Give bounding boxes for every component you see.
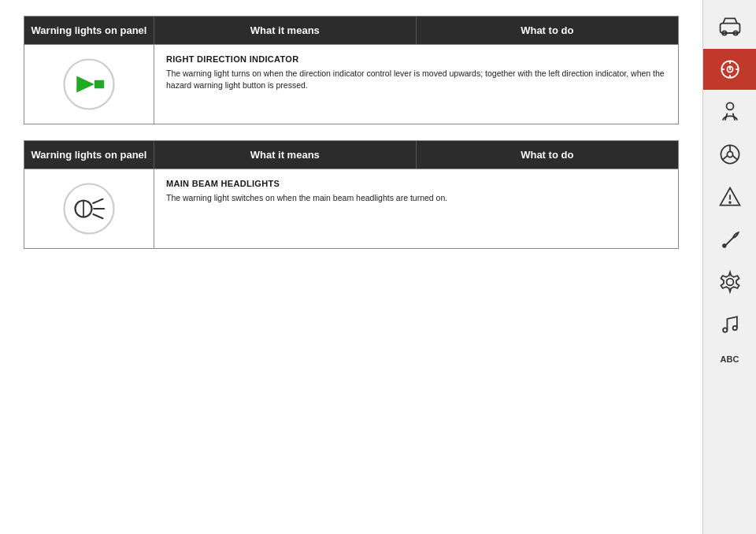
table-header-1: Warning lights on panel What it means Wh… — [24, 17, 678, 44]
sidebar-item-abc[interactable]: ABC — [703, 347, 756, 372]
indicator-desc-2: The warning light switches on when the m… — [166, 192, 666, 204]
music-note-icon — [717, 312, 743, 337]
header-col2-2: What it means — [154, 141, 417, 169]
svg-point-31 — [726, 279, 733, 286]
sidebar-item-gear[interactable] — [703, 261, 756, 302]
indicator-desc-1: The warning light turns on when the dire… — [166, 68, 666, 91]
sidebar-item-dashboard[interactable] — [703, 49, 756, 90]
direction-indicator-icon — [61, 57, 117, 112]
svg-line-7 — [93, 214, 102, 218]
svg-line-5 — [93, 199, 102, 203]
table-header-2: Warning lights on panel What it means Wh… — [24, 141, 678, 169]
gear-icon — [717, 269, 743, 295]
sidebar: ABC — [702, 0, 756, 534]
svg-marker-1 — [76, 76, 94, 93]
svg-line-25 — [722, 156, 727, 160]
dashboard-icon — [717, 57, 743, 82]
svg-line-26 — [732, 156, 737, 160]
abc-label: ABC — [721, 354, 739, 364]
car-icon — [717, 14, 743, 39]
sidebar-item-steering[interactable] — [703, 134, 756, 175]
content-cell-1: RIGHT DIRECTION INDICATOR The warning li… — [154, 45, 678, 124]
main-content: Warning lights on panel What it means Wh… — [0, 0, 702, 534]
svg-point-33 — [732, 326, 736, 330]
person-icon — [717, 99, 743, 124]
svg-point-3 — [65, 184, 114, 234]
headlight-icon — [61, 181, 117, 236]
indicator-title-2: MAIN BEAM HEADLIGHTS — [166, 179, 666, 188]
sidebar-item-warning[interactable] — [703, 176, 756, 217]
svg-rect-2 — [94, 80, 104, 89]
header-col1-2: Warning lights on panel — [24, 141, 154, 169]
svg-point-29 — [729, 202, 731, 203]
header-col1-1: Warning lights on panel — [24, 17, 154, 44]
table-row-1: RIGHT DIRECTION INDICATOR The warning li… — [24, 44, 678, 124]
header-col2-1: What it means — [154, 17, 417, 44]
steering-wheel-icon — [717, 142, 743, 167]
table-row-2: MAIN BEAM HEADLIGHTS The warning light s… — [24, 169, 678, 248]
sidebar-item-person[interactable] — [703, 91, 756, 132]
sidebar-item-music[interactable] — [703, 304, 756, 345]
wrench-icon — [717, 227, 743, 252]
section-direction-indicator: Warning lights on panel What it means Wh… — [24, 16, 679, 124]
warning-triangle-icon — [717, 184, 743, 210]
sidebar-item-car[interactable] — [703, 6, 756, 47]
svg-point-32 — [723, 328, 727, 332]
section-headlights: Warning lights on panel What it means Wh… — [24, 140, 679, 249]
header-col3-1: What to do — [417, 17, 679, 44]
indicator-title-1: RIGHT DIRECTION INDICATOR — [166, 54, 666, 64]
icon-cell-2 — [24, 169, 154, 248]
content-cell-2: MAIN BEAM HEADLIGHTS The warning light s… — [154, 169, 678, 248]
svg-point-19 — [726, 102, 733, 109]
header-col3-2: What to do — [417, 141, 679, 169]
sidebar-item-wrench[interactable] — [703, 219, 756, 260]
svg-point-23 — [727, 151, 732, 157]
icon-cell-1 — [24, 45, 154, 124]
